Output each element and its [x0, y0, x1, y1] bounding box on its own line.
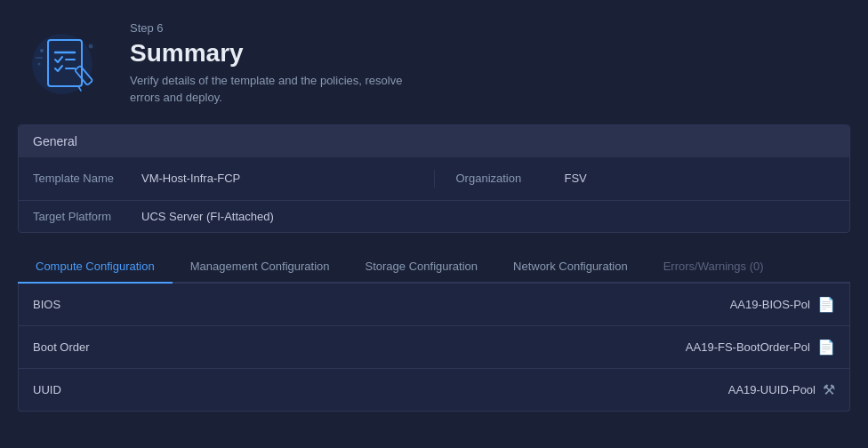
template-name-field: Template Name VM-Host-Infra-FCP — [33, 172, 413, 185]
page-header: Step 6 Summary Verify details of the tem… — [0, 0, 868, 124]
tab-storage[interactable]: Storage Configuration — [348, 251, 495, 284]
uuid-value-group: AA19-UUID-Pool ⚒ — [728, 381, 835, 398]
section-header-general: General — [19, 125, 849, 157]
header-text: Step 6 Summary Verify details of the tem… — [130, 21, 432, 107]
doc-icon[interactable]: 📄 — [817, 296, 835, 313]
template-name-label: Template Name — [33, 172, 131, 185]
content-area: General Template Name VM-Host-Infra-FCP … — [0, 124, 868, 429]
svg-point-9 — [89, 44, 93, 48]
general-section: General Template Name VM-Host-Infra-FCP … — [18, 124, 850, 233]
wrench-icon[interactable]: ⚒ — [823, 381, 835, 398]
config-table: BIOS AA19-BIOS-Pol 📄 Boot Order AA19-FS-… — [18, 284, 850, 412]
doc-icon[interactable]: 📄 — [817, 339, 835, 356]
tab-compute[interactable]: Compute Configuration — [18, 251, 173, 284]
uuid-value: AA19-UUID-Pool — [728, 383, 816, 396]
boot-order-value-group: AA19-FS-BootOrder-Pol 📄 — [686, 339, 835, 356]
svg-point-0 — [32, 34, 92, 94]
table-row: Boot Order AA19-FS-BootOrder-Pol 📄 — [19, 326, 849, 369]
tabs-container: Compute Configuration Management Configu… — [18, 251, 850, 284]
step-label: Step 6 — [130, 21, 432, 35]
boot-order-label: Boot Order — [33, 340, 90, 354]
organization-label: Organization — [456, 172, 554, 185]
tab-management[interactable]: Management Configuration — [173, 251, 348, 284]
boot-order-value: AA19-FS-BootOrder-Pol — [686, 340, 810, 354]
table-row: BIOS AA19-BIOS-Pol 📄 — [19, 284, 849, 326]
bios-value: AA19-BIOS-Pol — [730, 298, 810, 311]
step-icon — [28, 24, 108, 104]
template-name-value: VM-Host-Infra-FCP — [141, 172, 240, 185]
tab-errors: Errors/Warnings (0) — [646, 251, 782, 284]
page-title: Summary — [130, 38, 432, 68]
tab-network[interactable]: Network Configuration — [495, 251, 646, 284]
target-platform-value: UCS Server (FI-Attached) — [141, 210, 274, 223]
target-platform-row: Target Platform UCS Server (FI-Attached) — [19, 201, 849, 232]
general-main-fields: Template Name VM-Host-Infra-FCP Organiza… — [19, 157, 849, 201]
organization-field: Organization FSV — [456, 172, 836, 185]
bios-value-group: AA19-BIOS-Pol 📄 — [730, 296, 835, 313]
page-subtitle: Verify details of the template and the p… — [130, 72, 432, 107]
bios-label: BIOS — [33, 298, 60, 311]
field-divider — [434, 170, 435, 188]
uuid-label: UUID — [33, 383, 61, 396]
organization-value: FSV — [565, 172, 587, 185]
target-platform-label: Target Platform — [33, 210, 131, 223]
svg-point-7 — [40, 49, 44, 52]
svg-point-8 — [38, 62, 41, 65]
table-row: UUID AA19-UUID-Pool ⚒ — [19, 369, 849, 411]
